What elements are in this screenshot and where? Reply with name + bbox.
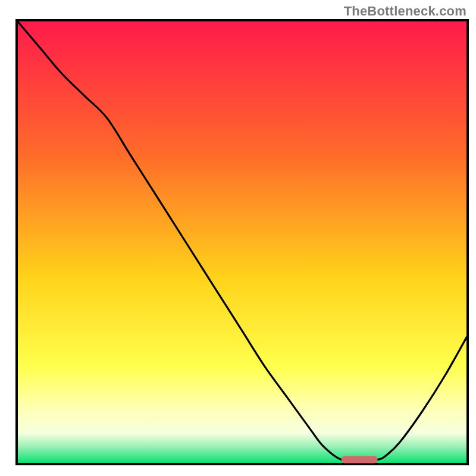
optimum-marker (342, 456, 378, 464)
bottleneck-chart (0, 0, 476, 476)
plot-background (17, 20, 468, 464)
chart-canvas: TheBottleneck.com (0, 0, 476, 476)
